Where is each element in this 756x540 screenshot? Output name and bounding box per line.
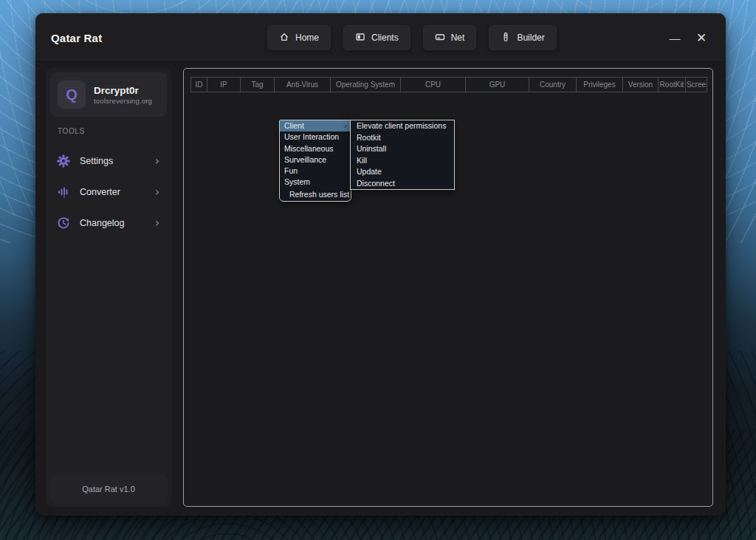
profile-name: Drcrypt0r [94, 84, 152, 97]
context-submenu: Elevate client permissions Rootkit Unins… [350, 120, 455, 190]
desktop-background: { "window": { "title": "Qatar Rat", "min… [0, 0, 756, 540]
column-header-rootkit[interactable]: RootKit [659, 78, 686, 92]
main-nav: Home Clients Net Builder [267, 25, 557, 50]
column-header-antivirus[interactable]: Anti-Virus [275, 78, 331, 92]
nav-home-label: Home [295, 33, 319, 43]
sidebar: Q Drcrypt0r toolsreversing.org TOOLS Set… [46, 68, 171, 507]
column-header-id[interactable]: ID [191, 78, 207, 92]
submenu-item-elevate-client-permissions[interactable]: Elevate client permissions [351, 120, 454, 132]
profile-card[interactable]: Q Drcrypt0r toolsreversing.org [50, 72, 167, 117]
sidebar-item-settings[interactable]: Settings › [50, 150, 167, 172]
nav-clients-button[interactable]: Clients [343, 25, 410, 50]
context-menu-item-user-interaction[interactable]: User Interaction [280, 131, 351, 143]
context-menu-item-refresh-users-list[interactable]: Refresh users list [280, 188, 351, 201]
column-header-privileges[interactable]: Privileges [577, 78, 623, 92]
column-header-country[interactable]: Country [529, 78, 577, 92]
column-header-tag[interactable]: Tag [241, 78, 275, 92]
nav-clients-label: Clients [371, 33, 399, 43]
column-header-os[interactable]: Operating System [331, 78, 401, 92]
minimize-button[interactable]: — [665, 27, 684, 49]
history-icon [57, 216, 70, 230]
column-header-gpu[interactable]: GPU [466, 78, 529, 92]
chevron-right-icon: › [155, 187, 159, 198]
app-window: Qatar Rat Home Clients Net [35, 13, 726, 516]
context-menu-item-miscellaneous[interactable]: Miscellaneous [280, 143, 351, 154]
avatar: Q [58, 81, 86, 109]
nav-builder-button[interactable]: Builder [489, 25, 556, 50]
context-menu: Client › User Interaction Miscellaneous … [279, 120, 351, 202]
nav-builder-label: Builder [517, 33, 544, 43]
chevron-right-icon: › [155, 218, 159, 229]
submenu-item-rootkit[interactable]: Rootkit [351, 132, 454, 144]
column-header-screen[interactable]: Scree [686, 78, 707, 92]
titlebar: Qatar Rat Home Clients Net [35, 13, 726, 62]
clients-icon [355, 32, 365, 44]
sidebar-item-changelog[interactable]: Changelog › [50, 212, 167, 234]
net-icon [435, 32, 445, 44]
profile-subtitle: toolsreversing.org [94, 97, 152, 105]
sidebar-item-changelog-label: Changelog [80, 218, 145, 228]
equalizer-icon [57, 185, 70, 199]
home-icon [279, 32, 289, 44]
sidebar-item-settings-label: Settings [80, 156, 145, 166]
profile-text: Drcrypt0r toolsreversing.org [94, 84, 152, 105]
version-footer: Qatar Rat v1.0 [50, 474, 167, 504]
nav-net-label: Net [451, 33, 465, 43]
submenu-arrow-icon: › [344, 120, 347, 131]
submenu-item-update[interactable]: Update [351, 166, 454, 178]
context-menu-item-client[interactable]: Client › [280, 120, 351, 131]
sidebar-item-converter[interactable]: Converter › [50, 181, 167, 203]
nav-net-button[interactable]: Net [423, 25, 477, 50]
gear-icon [57, 154, 70, 168]
context-menu-item-client-label: Client [284, 120, 304, 131]
context-menu-item-system[interactable]: System [280, 177, 351, 188]
tools-section-label: TOOLS [58, 127, 85, 135]
column-header-version[interactable]: Version [623, 78, 659, 92]
context-menu-item-fun[interactable]: Fun [280, 165, 351, 177]
submenu-item-uninstall[interactable]: Uninstall [351, 143, 454, 155]
context-menu-item-surveillance[interactable]: Surveillance [280, 154, 351, 165]
submenu-item-kill[interactable]: Kill [351, 155, 454, 167]
chevron-right-icon: › [155, 156, 159, 167]
close-button[interactable]: ✕ [692, 27, 711, 49]
column-header-ip[interactable]: IP [207, 78, 241, 92]
window-controls: — ✕ [665, 24, 711, 52]
column-header-cpu[interactable]: CPU [401, 78, 466, 92]
builder-icon [501, 32, 511, 44]
nav-home-button[interactable]: Home [267, 25, 331, 50]
sidebar-item-converter-label: Converter [80, 187, 145, 197]
clients-table-header: ID IP Tag Anti-Virus Operating System CP… [190, 77, 707, 92]
app-title: Qatar Rat [51, 32, 102, 44]
submenu-item-disconnect[interactable]: Disconnect [351, 178, 454, 190]
